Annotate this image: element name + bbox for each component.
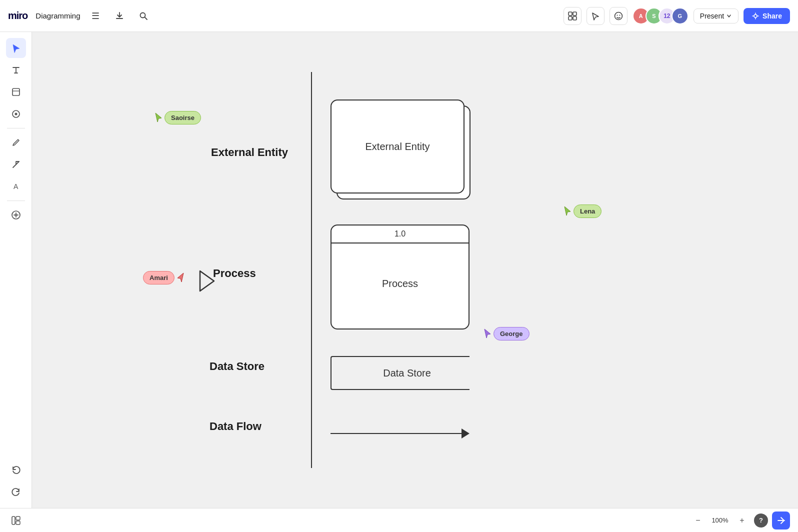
menu-button[interactable]: ☰ — [86, 7, 104, 25]
undo-btn[interactable] — [6, 460, 26, 480]
bottombar-left — [8, 512, 24, 528]
template-tool-btn[interactable] — [6, 104, 26, 124]
zoom-out-btn[interactable]: − — [690, 512, 706, 528]
share-button[interactable]: Share — [744, 8, 790, 24]
bottombar: − 100% + ? — [0, 508, 798, 532]
panel-toggle-btn[interactable] — [8, 512, 24, 528]
process-box[interactable]: 1.0 Process — [330, 224, 470, 330]
zoom-level: 100% — [710, 516, 730, 524]
search-button[interactable] — [134, 7, 152, 25]
svg-point-9 — [619, 14, 620, 16]
external-entity-shape[interactable]: External Entity — [330, 100, 468, 200]
left-sidebar: A — [0, 32, 32, 508]
external-entity-label: External Entity — [211, 146, 288, 159]
brush-tool-btn[interactable]: A — [6, 176, 26, 196]
data-flow-label: Data Flow — [210, 420, 262, 433]
zoom-in-btn[interactable]: + — [734, 512, 750, 528]
export-button[interactable] — [110, 7, 128, 25]
canvas[interactable]: External Entity Process Data Store Data … — [32, 32, 798, 508]
help-btn[interactable]: ? — [754, 514, 768, 528]
cursor-amari: Amari — [143, 271, 184, 284]
pen-tool-btn[interactable] — [6, 132, 26, 152]
svg-rect-11 — [12, 88, 20, 96]
add-tool-btn[interactable] — [6, 205, 26, 225]
data-store-shape[interactable]: Data Store — [330, 356, 470, 390]
sidebar-separator-2 — [7, 200, 25, 201]
sidebar-separator-1 — [7, 128, 25, 128]
cursor-amari-label: Amari — [143, 271, 174, 284]
select-tool-btn[interactable] — [6, 38, 26, 58]
present-button[interactable]: Present — [694, 8, 738, 24]
data-flow-arrow — [330, 428, 470, 438]
svg-rect-20 — [16, 516, 20, 520]
text-tool-btn[interactable] — [6, 60, 26, 80]
right-controls: A S 12 G Present Share — [564, 7, 790, 25]
process-box-body: Process — [332, 244, 468, 324]
redo-btn[interactable] — [6, 482, 26, 502]
cursor-lena: Lena — [564, 204, 602, 218]
arrow-line — [330, 433, 462, 434]
reactions-btn[interactable] — [610, 7, 628, 25]
svg-rect-0 — [116, 18, 123, 19]
grid-icon-btn[interactable] — [564, 7, 582, 25]
process-label: Process — [213, 267, 256, 280]
svg-rect-21 — [16, 521, 20, 524]
svg-point-10 — [754, 14, 757, 18]
data-store-text: Data Store — [344, 356, 470, 390]
canvas-divider — [311, 72, 312, 468]
cursor-lena-label: Lena — [574, 204, 602, 218]
avatar-main: G — [672, 8, 688, 24]
bottombar-right: − 100% + ? — [690, 512, 790, 530]
miro-logo: miro — [8, 10, 28, 22]
svg-rect-3 — [568, 12, 572, 16]
svg-rect-5 — [568, 16, 572, 20]
ext-entity-text: External Entity — [366, 141, 430, 152]
process-shape-arrow — [199, 270, 216, 294]
cursor-george: George — [484, 327, 530, 340]
svg-point-8 — [616, 14, 618, 16]
topbar: miro Diagramming ☰ A S 12 G Present Shar… — [0, 0, 798, 32]
svg-rect-19 — [12, 516, 15, 524]
data-store-label: Data Store — [210, 360, 264, 373]
cursor-select-btn[interactable] — [586, 7, 604, 25]
svg-line-2 — [144, 17, 147, 20]
svg-rect-6 — [573, 16, 576, 20]
arrow-head — [462, 428, 470, 438]
arrow-tool-btn[interactable] — [6, 154, 26, 174]
avatar-cluster: A S 12 G — [632, 8, 688, 24]
note-tool-btn[interactable] — [6, 82, 26, 102]
svg-rect-4 — [573, 12, 576, 16]
cursor-saoirse-label: Saoirse — [164, 111, 201, 124]
svg-text:A: A — [14, 182, 18, 190]
svg-point-13 — [14, 113, 17, 116]
expand-btn[interactable] — [772, 512, 790, 530]
svg-point-7 — [614, 12, 622, 20]
process-box-header: 1.0 — [332, 226, 468, 244]
cursor-george-label: George — [494, 327, 530, 340]
cursor-saoirse: Saoirse — [154, 111, 201, 124]
data-store-left-bar — [330, 356, 344, 390]
board-title[interactable]: Diagramming — [36, 12, 80, 20]
